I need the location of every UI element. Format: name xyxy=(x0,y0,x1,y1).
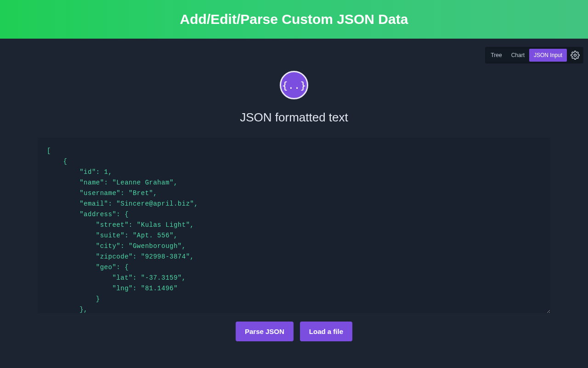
tab-tree[interactable]: Tree xyxy=(486,49,506,62)
json-input-textarea[interactable] xyxy=(38,138,550,313)
svg-point-0 xyxy=(574,54,577,57)
page-title: Add/Edit/Parse Custom JSON Data xyxy=(180,12,408,27)
tab-json-input[interactable]: JSON Input xyxy=(529,49,567,62)
section-subtitle: JSON formatted text xyxy=(240,110,348,125)
page-header: Add/Edit/Parse Custom JSON Data xyxy=(0,0,588,39)
json-logo-icon: {..} xyxy=(280,71,308,99)
action-buttons: Parse JSON Load a file xyxy=(236,322,352,341)
parse-json-button[interactable]: Parse JSON xyxy=(236,322,294,341)
gear-icon xyxy=(571,51,580,60)
main-content: {..} JSON formatted text Parse JSON Load… xyxy=(0,39,588,341)
tab-chart[interactable]: Chart xyxy=(507,49,529,62)
settings-button[interactable] xyxy=(567,48,582,63)
view-toolbar: Tree Chart JSON Input xyxy=(485,47,583,63)
load-file-button[interactable]: Load a file xyxy=(300,322,352,341)
